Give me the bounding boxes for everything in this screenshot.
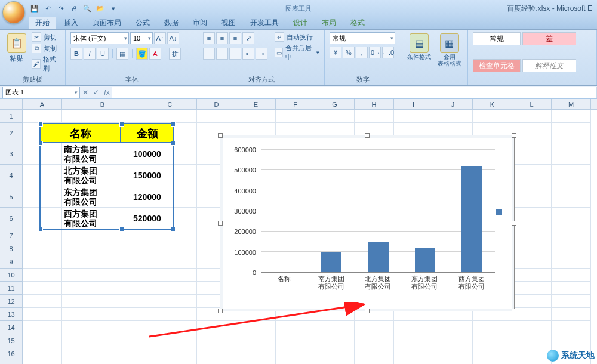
col-a[interactable]: A xyxy=(23,99,62,110)
select-all-corner[interactable] xyxy=(0,99,23,110)
fx-icon[interactable]: fx xyxy=(101,88,112,97)
inc-decimal-button[interactable]: .0→ xyxy=(369,47,381,58)
row-17[interactable]: 17 xyxy=(0,360,22,364)
align-right-button[interactable]: ≡ xyxy=(229,48,241,60)
align-bottom-button[interactable]: ≡ xyxy=(229,32,241,44)
dec-decimal-button[interactable]: ←.0 xyxy=(382,47,394,58)
col-e[interactable]: E xyxy=(236,99,276,110)
selection-handle[interactable] xyxy=(171,141,176,146)
qat-redo-icon[interactable]: ↷ xyxy=(56,4,66,13)
grow-font-button[interactable]: A↑ xyxy=(154,32,166,44)
qat-open-icon[interactable]: 📂 xyxy=(96,4,105,13)
name-box[interactable]: 图表 1 xyxy=(2,87,80,98)
number-format-combo[interactable]: 常规 xyxy=(330,32,395,44)
enter-icon[interactable]: ✓ xyxy=(91,88,101,97)
chart-handle[interactable] xyxy=(365,133,370,138)
qat-preview-icon[interactable]: 🔍 xyxy=(82,4,92,13)
row-11[interactable]: 11 xyxy=(0,282,22,295)
selected-range[interactable]: 名称金额 南方集团有限公司100000 北方集团有限公司150000 东方集团有… xyxy=(39,123,174,230)
underline-button[interactable]: U xyxy=(97,48,109,60)
office-button[interactable] xyxy=(2,1,25,24)
selection-handle[interactable] xyxy=(119,122,124,127)
tab-data[interactable]: 数据 xyxy=(158,16,185,29)
row-1[interactable]: 1 xyxy=(0,110,22,123)
col-b[interactable]: B xyxy=(62,99,143,110)
style-normal[interactable]: 常规 xyxy=(473,32,521,45)
tab-chart-design[interactable]: 设计 xyxy=(287,16,314,29)
col-c[interactable]: C xyxy=(143,99,197,110)
percent-button[interactable]: % xyxy=(343,47,355,58)
cancel-icon[interactable]: ✕ xyxy=(80,88,91,97)
chart-handle[interactable] xyxy=(218,221,223,226)
align-left-button[interactable]: ≡ xyxy=(203,48,215,60)
chart-handle[interactable] xyxy=(365,309,370,313)
selection-handle[interactable] xyxy=(171,122,176,127)
cut-button[interactable]: ✂剪切 xyxy=(32,32,60,42)
chart-handle[interactable] xyxy=(512,221,516,226)
tab-view[interactable]: 视图 xyxy=(215,16,242,29)
selection-handle[interactable] xyxy=(38,141,43,146)
chart-handle[interactable] xyxy=(512,133,516,138)
style-explain[interactable]: 解释性文 xyxy=(522,59,576,72)
row-12[interactable]: 12 xyxy=(0,295,22,308)
row-2[interactable]: 2 xyxy=(0,123,22,143)
row-16[interactable]: 16 xyxy=(0,347,22,360)
wrap-text-button[interactable]: ↵自动换行 xyxy=(275,32,319,42)
tab-developer[interactable]: 开发工具 xyxy=(244,16,285,29)
chart-handle[interactable] xyxy=(512,309,516,313)
qat-print-icon[interactable]: 🖨 xyxy=(69,4,79,13)
row-7[interactable]: 7 xyxy=(0,229,22,242)
selection-handle[interactable] xyxy=(171,227,176,232)
tab-chart-format[interactable]: 格式 xyxy=(344,16,371,29)
font-color-button[interactable]: A xyxy=(149,48,161,60)
phonetic-button[interactable]: 拼 xyxy=(169,48,181,60)
italic-button[interactable]: I xyxy=(84,48,96,60)
row-4[interactable]: 4 xyxy=(0,165,22,186)
row-13[interactable]: 13 xyxy=(0,308,22,321)
row-15[interactable]: 15 xyxy=(0,334,22,347)
paste-button[interactable]: 📋 粘贴 xyxy=(5,32,28,64)
row-9[interactable]: 9 xyxy=(0,255,22,269)
tab-layout[interactable]: 页面布局 xyxy=(86,16,128,29)
col-j[interactable]: J xyxy=(433,99,473,110)
style-check[interactable]: 检查单元格 xyxy=(473,59,521,72)
selection-handle[interactable] xyxy=(119,227,124,232)
chart-handle[interactable] xyxy=(218,133,223,138)
align-top-button[interactable]: ≡ xyxy=(203,32,215,44)
col-g[interactable]: G xyxy=(315,99,355,110)
indent-inc-button[interactable]: ⇥ xyxy=(256,48,267,60)
selection-handle[interactable] xyxy=(38,122,43,127)
chart-object[interactable]: 0 100000 200000 300000 400000 500000 600… xyxy=(220,135,515,311)
row-10[interactable]: 10 xyxy=(0,269,22,282)
font-size-combo[interactable]: 10 xyxy=(130,32,153,44)
currency-button[interactable]: ¥ xyxy=(330,47,341,58)
row-6[interactable]: 6 xyxy=(0,208,22,229)
align-middle-button[interactable]: ≡ xyxy=(216,32,228,44)
col-l[interactable]: L xyxy=(512,99,552,110)
row-3[interactable]: 3 xyxy=(0,143,22,165)
row-8[interactable]: 8 xyxy=(0,242,22,255)
qat-undo-icon[interactable]: ↶ xyxy=(43,4,53,13)
tab-review[interactable]: 审阅 xyxy=(186,16,214,29)
align-center-button[interactable]: ≡ xyxy=(216,48,228,60)
chart-handle[interactable] xyxy=(218,309,223,313)
merge-center-button[interactable]: ▭合并后居中▾ xyxy=(275,44,319,61)
row-5[interactable]: 5 xyxy=(0,186,22,208)
chart-plot-area[interactable]: 0 100000 200000 300000 400000 500000 600… xyxy=(229,144,506,303)
copy-button[interactable]: ⧉复制 xyxy=(32,44,60,53)
qat-dropdown-icon[interactable]: ▾ xyxy=(109,4,118,13)
font-name-combo[interactable]: 宋体 (正文) xyxy=(70,32,129,44)
tab-chart-layout[interactable]: 布局 xyxy=(315,16,343,29)
conditional-format-button[interactable]: ▤ 条件格式 xyxy=(406,32,433,60)
col-h[interactable]: H xyxy=(355,99,394,110)
col-d[interactable]: D xyxy=(197,99,236,110)
format-painter-button[interactable]: 🖌格式刷 xyxy=(32,55,60,73)
tab-insert[interactable]: 插入 xyxy=(57,16,85,29)
tab-formulas[interactable]: 公式 xyxy=(129,16,156,29)
col-k[interactable]: K xyxy=(473,99,512,110)
col-m[interactable]: M xyxy=(552,99,591,110)
qat-save-icon[interactable]: 💾 xyxy=(30,4,39,13)
border-button[interactable]: ▦ xyxy=(116,48,128,60)
format-as-table-button[interactable]: ▦ 套用 表格格式 xyxy=(436,32,463,67)
fill-color-button[interactable]: 🪣 xyxy=(136,48,148,60)
